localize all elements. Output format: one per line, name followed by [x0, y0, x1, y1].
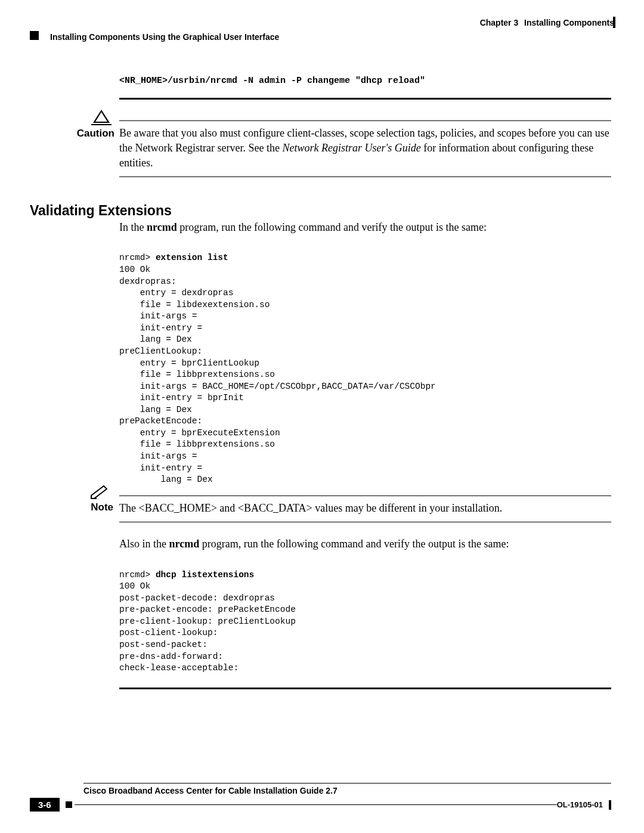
section-heading: Validating Extensions — [30, 203, 172, 219]
note-label: Note — [78, 501, 113, 513]
chapter-label: Chapter 3 — [480, 18, 519, 27]
code-block: nrcmd> extension list 100 Ok dexdropras:… — [119, 241, 611, 486]
note-icon — [89, 484, 113, 500]
caution-block: Caution Be aware that you also must conf… — [119, 120, 611, 176]
note-block: Note The <BACC_HOME> and <BACC_DATA> val… — [119, 496, 611, 522]
footer-square-icon — [66, 801, 72, 808]
footer-accent-bar — [609, 800, 611, 810]
page-number: 3-6 — [30, 798, 60, 812]
rule — [119, 98, 611, 100]
page-header: Chapter 3 Installing Components Installi… — [30, 18, 614, 42]
rule — [119, 120, 611, 121]
note-text: The <BACC_HOME> and <BACC_DATA> values m… — [119, 501, 611, 516]
code-block: nrcmd> dhcp listextensions 100 Ok post-p… — [119, 558, 611, 674]
paragraph: In the nrcmd program, run the following … — [119, 220, 611, 235]
book-title: Cisco Broadband Access Center for Cable … — [83, 786, 611, 795]
rule — [83, 783, 611, 784]
rule — [119, 496, 611, 496]
page-footer: Cisco Broadband Access Center for Cable … — [30, 783, 611, 812]
caution-label: Caution — [73, 128, 114, 140]
header-square-icon — [30, 31, 39, 40]
caution-icon — [89, 110, 113, 125]
command-line: <NR_HOME>/usrbin/nrcmd -N admin -P chang… — [119, 75, 611, 87]
caution-text: Be aware that you also must configure cl… — [119, 126, 611, 170]
rule — [75, 804, 557, 806]
chapter-title: Installing Components — [524, 18, 614, 27]
paragraph: Also in the nrcmd program, run the follo… — [119, 537, 611, 552]
rule — [119, 522, 611, 522]
header-accent-bar — [613, 17, 615, 28]
document-id: OL-19105-01 — [557, 800, 603, 809]
rule — [119, 688, 611, 689]
breadcrumb: Installing Components Using the Graphica… — [50, 32, 614, 42]
rule — [119, 176, 611, 177]
